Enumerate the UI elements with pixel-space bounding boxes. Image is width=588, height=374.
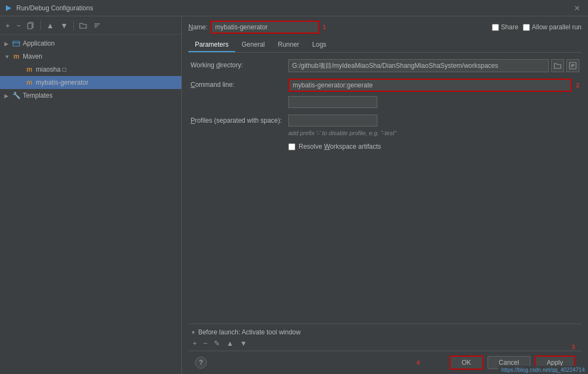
- miaosha-icon: m: [25, 65, 34, 74]
- profiles-input[interactable]: [288, 115, 377, 126]
- tab-runner[interactable]: Runner: [271, 38, 306, 52]
- profiles-hint: add prefix '-' to disable profile, e.g. …: [288, 130, 396, 136]
- main-container: + − ▲ ▼: [0, 16, 588, 374]
- tab-general[interactable]: General: [235, 38, 271, 52]
- ok-button[interactable]: OK: [450, 356, 483, 370]
- content-area: Working directory:: [188, 53, 581, 324]
- parallel-checkbox-label[interactable]: Allow parallel run: [523, 23, 581, 31]
- command-line-label: Command line:: [191, 79, 288, 88]
- mybatis-label: mybatis-generator: [36, 79, 88, 86]
- name-label: Name:: [188, 23, 207, 31]
- parallel-label: Allow parallel run: [532, 23, 581, 31]
- templates-icon: 🔧: [12, 91, 21, 100]
- working-directory-input[interactable]: [288, 59, 549, 72]
- application-label: Application: [23, 40, 55, 47]
- tree-item-miaosha[interactable]: ▶ m miaosha □: [0, 63, 181, 76]
- before-launch-header[interactable]: ▼ Before launch: Activate tool window: [191, 328, 579, 336]
- before-launch-edit-button[interactable]: ✎: [212, 338, 222, 348]
- command-line-control: 2: [288, 79, 579, 108]
- profiles-control: add prefix '-' to disable profile, e.g. …: [288, 115, 579, 136]
- command-line-input2[interactable]: [288, 96, 377, 108]
- profiles-row: Profiles (separated with space): add pre…: [191, 115, 579, 136]
- application-icon: [12, 39, 21, 48]
- help-button[interactable]: ?: [195, 357, 207, 369]
- name-input[interactable]: [211, 21, 319, 34]
- dialog-title: Run/Debug Configurations: [16, 4, 571, 12]
- before-launch-down-button[interactable]: ▼: [238, 338, 249, 348]
- move-up-button[interactable]: ▲: [44, 20, 56, 31]
- annotation-1: 1: [323, 24, 326, 30]
- command-line-row: Command line: 2: [191, 79, 579, 108]
- share-label: Share: [501, 23, 519, 31]
- annotation-4: 4: [416, 359, 420, 366]
- right-panel: Name: 1 Share Allow parallel run Paramet…: [182, 16, 588, 374]
- browse-variables-button[interactable]: [566, 59, 579, 72]
- resolve-workspace-row: Resolve Workspace artifacts: [191, 143, 579, 150]
- maven-label: Maven: [23, 53, 42, 60]
- tree-item-mybatis-generator[interactable]: ▶ m mybatis-generator: [0, 76, 181, 89]
- annotation-2: 2: [576, 82, 579, 88]
- miaosha-label: miaosha □: [36, 66, 66, 73]
- share-checkbox-label[interactable]: Share: [492, 23, 519, 31]
- profiles-label: Profiles (separated with space):: [191, 115, 288, 124]
- expand-arrow: ▶: [4, 41, 11, 47]
- move-down-button[interactable]: ▼: [58, 20, 70, 31]
- tree-item-maven[interactable]: ▼ m Maven: [0, 50, 181, 63]
- expand-arrow-templates: ▶: [4, 93, 11, 99]
- share-checkbox[interactable]: [492, 24, 499, 31]
- expand-arrow-maven: ▼: [4, 54, 11, 60]
- working-directory-row: Working directory:: [191, 59, 579, 72]
- tree-toolbar: + − ▲ ▼: [0, 16, 181, 35]
- copy-config-button[interactable]: [25, 21, 37, 30]
- name-row: Name: 1 Share Allow parallel run: [188, 21, 581, 34]
- tree-item-templates[interactable]: ▶ 🔧 Templates: [0, 89, 181, 102]
- annotation-3: 3: [572, 344, 575, 350]
- title-bar: Run/Debug Configurations ✕: [0, 0, 588, 16]
- browse-folder-button[interactable]: [551, 59, 564, 72]
- working-directory-control: [288, 59, 579, 72]
- folder-button[interactable]: [77, 21, 89, 30]
- before-launch-section: ▼ Before launch: Activate tool window + …: [188, 324, 581, 351]
- separator2: [73, 21, 74, 30]
- resolve-workspace-label[interactable]: Resolve Workspace artifacts: [299, 143, 381, 150]
- header-options: Share Allow parallel run: [492, 23, 581, 31]
- svg-rect-1: [6, 5, 7, 11]
- parallel-checkbox[interactable]: [523, 24, 530, 31]
- status-link: https://blog.csdn.net/qq_40224714: [498, 366, 588, 374]
- command-line-input[interactable]: [288, 79, 572, 92]
- tab-logs[interactable]: Logs: [306, 38, 333, 52]
- before-launch-remove-button[interactable]: −: [201, 338, 210, 348]
- resolve-workspace-checkbox[interactable]: [288, 143, 295, 150]
- before-launch-toolbar: + − ✎ ▲ ▼: [191, 338, 579, 348]
- left-panel: + − ▲ ▼: [0, 16, 182, 374]
- before-launch-arrow: ▼: [191, 329, 196, 335]
- separator: [40, 21, 41, 30]
- mybatis-icon: m: [25, 78, 34, 87]
- tab-parameters[interactable]: Parameters: [188, 38, 235, 52]
- before-launch-label: Before launch: Activate tool window: [198, 328, 301, 336]
- config-tree: ▶ Application ▼ m Maven ▶ m miaosh: [0, 35, 181, 374]
- maven-icon: m: [12, 52, 21, 61]
- working-directory-label: Working directory:: [191, 59, 288, 69]
- tabs-bar: Parameters General Runner Logs: [188, 38, 581, 53]
- before-launch-add-button[interactable]: +: [191, 338, 199, 348]
- svg-rect-7: [13, 41, 20, 46]
- remove-config-button[interactable]: −: [14, 20, 23, 31]
- svg-rect-3: [28, 23, 32, 29]
- app-icon: [4, 4, 13, 12]
- templates-label: Templates: [23, 92, 53, 99]
- close-button[interactable]: ✕: [571, 3, 584, 14]
- sort-button[interactable]: [91, 21, 103, 30]
- add-config-button[interactable]: +: [3, 20, 12, 31]
- before-launch-up-button[interactable]: ▲: [224, 338, 236, 348]
- tree-item-application[interactable]: ▶ Application: [0, 37, 181, 50]
